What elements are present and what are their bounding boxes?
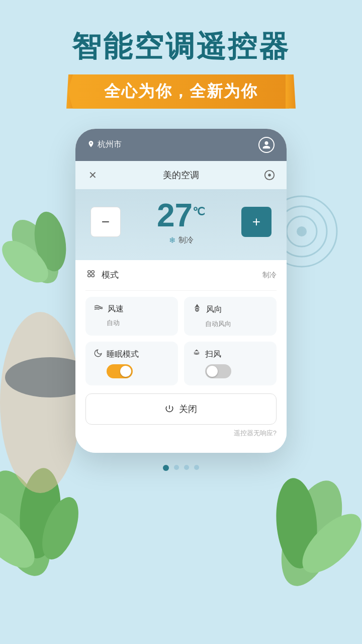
page-indicator: [163, 465, 199, 471]
subtitle-text: 全心为你，全新为你: [104, 82, 258, 100]
mode-row[interactable]: 模式 制冷: [85, 260, 277, 291]
temp-unit: ℃: [193, 205, 205, 217]
nav-home-button[interactable]: [140, 618, 151, 629]
power-icon: [165, 405, 174, 414]
wind-direction-control[interactable]: 风向 自动风向: [184, 297, 277, 336]
close-button[interactable]: ✕: [85, 168, 100, 182]
phone-header: 杭州市: [75, 129, 287, 161]
svg-point-19: [88, 270, 91, 273]
ac-title-bar: ✕ 美的空调: [75, 161, 287, 189]
sleep-icon: [94, 349, 103, 360]
svg-point-14: [293, 504, 362, 583]
main-title: 智能空调遥控器: [72, 30, 290, 62]
sweep-toggle[interactable]: [205, 364, 231, 378]
nav-back-button[interactable]: [211, 618, 222, 629]
svg-point-8: [0, 463, 63, 584]
wind-direction-icon: [192, 304, 202, 315]
location-text: 杭州市: [98, 139, 122, 150]
dot-1[interactable]: [163, 465, 169, 471]
mode-icon: [85, 268, 97, 282]
nav-menu-button[interactable]: [281, 618, 292, 629]
android-nav-bar: [0, 604, 362, 644]
wind-direction-value: 自动风向: [192, 319, 268, 329]
mode-label: 模式: [102, 269, 119, 281]
svg-point-21: [88, 274, 91, 277]
user-avatar[interactable]: [258, 137, 275, 153]
svg-point-12: [269, 473, 354, 594]
no-response-text[interactable]: 遥控器无响应?: [85, 429, 277, 443]
mode-value: 制冷: [262, 271, 277, 280]
power-button[interactable]: 关闭: [85, 393, 277, 425]
location-info: 杭州市: [87, 139, 122, 150]
svg-point-26: [142, 620, 150, 628]
grid-controls: 风速 自动: [85, 291, 277, 385]
location-icon: [87, 141, 95, 149]
sweep-label: 扫风: [205, 349, 221, 360]
temp-increase-button[interactable]: +: [241, 207, 272, 237]
svg-point-10: [0, 499, 44, 578]
mode-cooling-text: 制冷: [178, 235, 194, 245]
sweep-icon: [192, 349, 201, 360]
cooling-icon: ❄: [169, 235, 175, 245]
svg-point-22: [92, 274, 95, 277]
svg-point-20: [92, 270, 95, 273]
dot-4[interactable]: [194, 465, 199, 470]
wind-speed-control[interactable]: 风速 自动: [85, 297, 178, 336]
ac-name-label: 美的空调: [163, 169, 199, 181]
wind-direction-label: 风向: [206, 304, 222, 315]
subtitle-banner: 全心为你，全新为你: [74, 74, 288, 109]
dot-2[interactable]: [174, 465, 179, 470]
svg-rect-25: [71, 620, 80, 628]
sweep-control: 扫风: [184, 342, 277, 385]
temp-display: 27℃ ❄ 制冷: [157, 199, 205, 245]
wind-speed-icon: [94, 304, 104, 314]
svg-point-18: [268, 174, 271, 177]
sleep-mode-toggle[interactable]: [107, 364, 133, 378]
svg-point-13: [273, 476, 320, 570]
sleep-mode-control: 睡眠模式: [85, 342, 178, 385]
dot-3[interactable]: [184, 465, 189, 470]
phone-mockup: 杭州市 ✕ 美的空调: [75, 129, 287, 453]
temp-control: − 27℃ ❄ 制冷 +: [75, 189, 287, 260]
sleep-mode-label: 睡眠模式: [107, 349, 139, 360]
temp-decrease-button[interactable]: −: [90, 207, 121, 237]
svg-point-11: [35, 493, 86, 565]
svg-point-9: [16, 466, 64, 560]
wind-speed-value: 自动: [94, 318, 170, 328]
nav-square-button[interactable]: [70, 618, 81, 629]
temperature-value: 27: [157, 197, 193, 233]
controls-section: 模式 制冷: [75, 260, 287, 453]
settings-button[interactable]: [262, 168, 277, 182]
ac-panel: ✕ 美的空调 − 27℃ ❄: [75, 161, 287, 453]
wind-speed-label: 风速: [108, 304, 124, 314]
temp-mode-label: ❄ 制冷: [157, 235, 205, 245]
power-btn-label: 关闭: [179, 403, 197, 415]
